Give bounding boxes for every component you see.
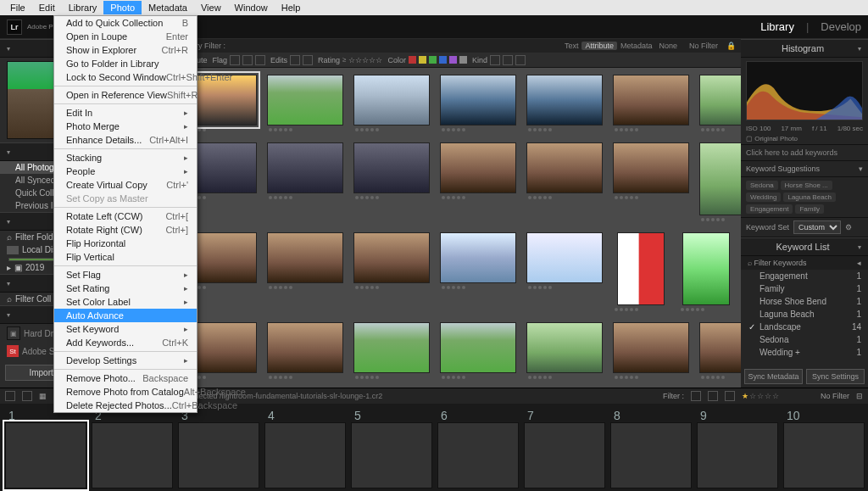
thumbnail[interactable] bbox=[267, 322, 343, 373]
menuitem-set-flag[interactable]: Set Flag bbox=[54, 268, 197, 282]
keyword-chip[interactable]: Sedona bbox=[746, 181, 778, 190]
menu-file[interactable]: File bbox=[3, 1, 32, 14]
menuitem-stacking[interactable]: Stacking bbox=[54, 151, 197, 165]
color-blue[interactable] bbox=[439, 56, 447, 64]
second-window-icon[interactable] bbox=[22, 391, 32, 401]
grid-cell[interactable] bbox=[613, 322, 689, 382]
flag-rejected-icon[interactable] bbox=[725, 391, 735, 401]
keyword-checkbox[interactable] bbox=[748, 335, 756, 344]
menuitem-lock-to-second-window[interactable]: Lock to Second WindowCtrl+Shift+Enter bbox=[54, 70, 197, 84]
menuitem-delete-rejected-photos-[interactable]: Delete Rejected Photos...Ctrl+Backspace bbox=[54, 399, 197, 412]
thumbnail[interactable] bbox=[526, 232, 603, 283]
thumbnail[interactable] bbox=[617, 232, 665, 305]
grid-cell[interactable] bbox=[440, 75, 516, 134]
menuitem-add-to-quick-collection[interactable]: Add to Quick CollectionB bbox=[54, 16, 197, 30]
gear-icon[interactable]: ⚙ bbox=[845, 223, 852, 232]
menu-view[interactable]: View bbox=[194, 1, 228, 14]
flag-unflagged-icon[interactable] bbox=[242, 55, 253, 65]
keyword-checkbox[interactable] bbox=[748, 297, 756, 306]
thumbnail[interactable] bbox=[613, 322, 689, 373]
grid-cell[interactable] bbox=[613, 142, 689, 224]
rating-dots[interactable] bbox=[267, 373, 343, 382]
grid-cell[interactable] bbox=[613, 75, 689, 134]
rating-dots[interactable] bbox=[613, 126, 689, 134]
filmstrip-cell[interactable]: 1 bbox=[5, 407, 86, 488]
filmstrip-thumbnail[interactable] bbox=[178, 422, 259, 488]
thumbnail[interactable] bbox=[613, 75, 689, 126]
menuitem-enhance-details-[interactable]: Enhance Details...Ctrl+Alt+I bbox=[54, 133, 197, 147]
menuitem-set-rating[interactable]: Set Rating bbox=[54, 282, 197, 295]
rating-dots[interactable] bbox=[699, 126, 741, 134]
menuitem-flip-horizontal[interactable]: Flip Horizontal bbox=[54, 237, 197, 250]
menuitem-people[interactable]: People bbox=[54, 165, 197, 178]
lock-icon[interactable]: ⊟ bbox=[856, 392, 863, 400]
filmstrip-cell[interactable]: 2 bbox=[92, 407, 173, 488]
grid-cell[interactable] bbox=[440, 322, 516, 382]
filmstrip-nofilter[interactable]: No Filter bbox=[821, 392, 849, 400]
menu-window[interactable]: Window bbox=[228, 1, 275, 14]
filmstrip-thumbnail[interactable] bbox=[5, 422, 86, 488]
thumbnail[interactable] bbox=[526, 75, 603, 126]
filmstrip-cell[interactable]: 9 bbox=[697, 407, 778, 488]
module-library[interactable]: Library bbox=[760, 20, 794, 33]
menuitem-add-keywords-[interactable]: Add Keywords...Ctrl+K bbox=[54, 336, 197, 349]
rating-op[interactable]: ≥ bbox=[342, 56, 346, 64]
rating-dots[interactable] bbox=[526, 193, 603, 202]
grid-cell[interactable] bbox=[440, 232, 516, 314]
thumbnail-grid[interactable] bbox=[174, 68, 741, 388]
thumbnail[interactable] bbox=[353, 322, 430, 373]
menu-metadata[interactable]: Metadata bbox=[142, 1, 194, 14]
flag-rejected-icon[interactable] bbox=[255, 55, 265, 65]
keyword-suggestions-header[interactable]: Keyword Suggestions ▾ bbox=[741, 161, 868, 177]
filmstrip-cell[interactable]: 3 bbox=[178, 407, 259, 488]
keyword-checkbox[interactable] bbox=[748, 284, 756, 293]
filmstrip-thumbnail[interactable] bbox=[697, 422, 778, 488]
rating-dots[interactable] bbox=[267, 193, 343, 202]
rating-dots[interactable] bbox=[526, 373, 603, 382]
grid-cell[interactable] bbox=[699, 142, 741, 224]
rating-dots[interactable] bbox=[613, 305, 669, 314]
sync-metadata-button[interactable]: Sync Metadata bbox=[744, 369, 803, 384]
thumbnail[interactable] bbox=[699, 142, 741, 215]
thumbnail[interactable] bbox=[526, 322, 603, 373]
grid-cell[interactable] bbox=[267, 232, 343, 314]
menuitem-flip-vertical[interactable]: Flip Vertical bbox=[54, 250, 197, 264]
filter-attribute[interactable]: Attribute bbox=[581, 42, 617, 50]
rating-dots[interactable] bbox=[613, 193, 689, 202]
color-purple[interactable] bbox=[449, 56, 457, 64]
filmstrip-thumbnail[interactable] bbox=[351, 422, 432, 488]
thumbnail[interactable] bbox=[267, 75, 343, 126]
grid-cell[interactable] bbox=[440, 142, 516, 224]
color-none[interactable] bbox=[459, 56, 467, 64]
edits-edited-icon[interactable] bbox=[290, 55, 300, 65]
grid-cell[interactable] bbox=[267, 142, 343, 224]
thumbnail[interactable] bbox=[353, 232, 430, 283]
kind-video-icon[interactable] bbox=[515, 55, 526, 65]
filter-nofilter[interactable]: No Filter bbox=[686, 42, 721, 50]
rating-dots[interactable] bbox=[353, 373, 430, 382]
menuitem-set-color-label[interactable]: Set Color Label bbox=[54, 295, 197, 309]
menu-library[interactable]: Library bbox=[62, 1, 104, 14]
rating-dots[interactable] bbox=[353, 283, 430, 292]
thumbnail[interactable] bbox=[526, 142, 603, 193]
grid-cell[interactable] bbox=[613, 232, 669, 314]
filmstrip-thumbnail[interactable] bbox=[524, 422, 605, 488]
rating-dots[interactable] bbox=[440, 283, 516, 292]
filmstrip-thumbnail[interactable] bbox=[783, 422, 865, 488]
filter-metadata[interactable]: Metadata bbox=[617, 42, 656, 50]
keyword-chip[interactable]: Laguna Beach bbox=[783, 192, 836, 202]
rating-dots[interactable] bbox=[440, 373, 516, 382]
menuitem-remove-photo-[interactable]: Remove Photo...Backspace bbox=[54, 371, 197, 385]
menuitem-photo-merge[interactable]: Photo Merge bbox=[54, 120, 197, 133]
filter-none[interactable]: None bbox=[655, 42, 681, 50]
menuitem-show-in-explorer[interactable]: Show in ExplorerCtrl+R bbox=[54, 43, 197, 57]
main-window-icon[interactable] bbox=[5, 391, 15, 401]
grid-cell[interactable] bbox=[679, 232, 735, 314]
filter-text[interactable]: Text bbox=[561, 42, 582, 50]
keyword-list-header[interactable]: Keyword List▾ bbox=[741, 237, 868, 256]
grid-cell[interactable] bbox=[267, 322, 343, 382]
keyword-chip[interactable]: Engagement bbox=[746, 204, 793, 214]
grid-cell[interactable] bbox=[526, 142, 603, 224]
kind-virtual-icon[interactable] bbox=[503, 55, 513, 65]
thumbnail[interactable] bbox=[682, 232, 730, 305]
